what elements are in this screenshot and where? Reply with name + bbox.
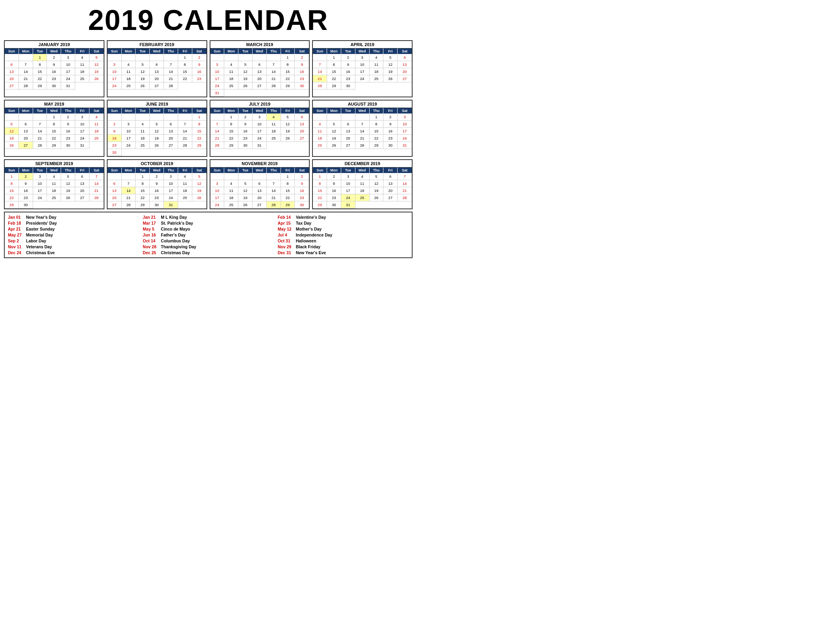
- day-cell: 8: [47, 121, 61, 128]
- day-cell: 15: [281, 68, 295, 75]
- day-header: Sun: [210, 168, 225, 173]
- day-cell: 29: [327, 82, 341, 89]
- day-cell: 11: [122, 68, 136, 75]
- day-header: Wed: [253, 108, 267, 114]
- day-cell: 24: [164, 194, 178, 201]
- day-cell: 12: [383, 61, 398, 68]
- day-cell: 2: [61, 114, 75, 121]
- day-cell: 6: [5, 61, 19, 68]
- day-cell: 16: [295, 187, 309, 194]
- day-header: Tue: [341, 108, 355, 114]
- day-cell: 16: [150, 187, 164, 194]
- day-header: Sun: [210, 108, 225, 114]
- day-cell: 11: [370, 61, 384, 68]
- holiday-date: Apr 21: [8, 227, 23, 231]
- day-cell: 29: [370, 142, 384, 149]
- day-cell: 22: [5, 194, 19, 201]
- holiday-date: Nov 29: [278, 244, 293, 249]
- day-cell: 12: [238, 187, 253, 194]
- day-header: Mon: [19, 168, 33, 173]
- day-cell: 20: [253, 194, 267, 201]
- day-cell: 14: [313, 68, 327, 75]
- day-header: Mon: [224, 168, 238, 173]
- day-cell: 16: [295, 68, 309, 75]
- day-cell: 10: [164, 180, 178, 187]
- day-cell: 18: [313, 135, 327, 142]
- day-header: Wed: [355, 108, 370, 114]
- holiday-name: New Year's Day: [26, 215, 56, 220]
- holiday-row: May 5Cinco de Mayo: [143, 227, 273, 231]
- month-block-5: MAY 2019SunMonTueWedThuFriSat12345678910…: [4, 100, 104, 157]
- day-cell: 10: [341, 180, 355, 187]
- day-cell: 15: [313, 187, 327, 194]
- day-cell: 4: [313, 121, 327, 128]
- day-cell: 25: [313, 142, 327, 149]
- holiday-name: M L King Day: [161, 215, 187, 220]
- day-cell: 23: [47, 75, 61, 82]
- day-header: Wed: [150, 48, 164, 54]
- day-cell: 12: [281, 121, 295, 128]
- day-cell: 2: [295, 173, 309, 180]
- day-header: Fri: [281, 168, 295, 173]
- day-header: Fri: [178, 108, 192, 114]
- day-cell: 29: [281, 201, 295, 208]
- day-cell: 12: [150, 128, 164, 135]
- day-cell: 8: [327, 61, 341, 68]
- day-header: Thu: [61, 168, 75, 173]
- day-cell-empty: [210, 173, 225, 180]
- day-cell: 26: [89, 75, 104, 82]
- day-cell: 1: [136, 173, 150, 180]
- day-cell: 16: [383, 128, 398, 135]
- holiday-row: Nov 11Veterans Day: [8, 244, 139, 249]
- day-header: Tue: [238, 108, 253, 114]
- day-cell: 26: [238, 82, 253, 89]
- day-header: Sat: [192, 48, 206, 54]
- day-header: Sun: [108, 168, 122, 173]
- day-header: Fri: [281, 48, 295, 54]
- day-cell: 24: [61, 75, 75, 82]
- day-cell: 17: [398, 128, 412, 135]
- day-cell: 3: [108, 61, 122, 68]
- day-cell: 4: [267, 114, 281, 121]
- day-cell: 17: [33, 187, 47, 194]
- day-header: Thu: [61, 48, 75, 54]
- day-cell: 18: [122, 75, 136, 82]
- holiday-name: Halloween: [296, 238, 316, 243]
- month-block-9: SEPTEMBER 2019SunMonTueWedThuFriSat12345…: [4, 159, 104, 209]
- day-cell: 22: [178, 75, 192, 82]
- day-cell: 14: [398, 180, 412, 187]
- holiday-row: Dec 24Christmas Eve: [8, 250, 139, 255]
- day-cell: 24: [108, 82, 122, 89]
- day-cell: 18: [267, 128, 281, 135]
- day-cell: 26: [192, 194, 206, 201]
- day-cell: 14: [355, 128, 370, 135]
- day-header: Tue: [341, 48, 355, 54]
- holiday-row: Jan 21M L King Day: [143, 215, 273, 220]
- day-cell: 20: [295, 128, 309, 135]
- day-cell: 11: [313, 128, 327, 135]
- day-cell: 8: [136, 180, 150, 187]
- day-cell: 28: [19, 82, 33, 89]
- holiday-date: Dec 24: [8, 250, 23, 255]
- day-cell: 28: [313, 82, 327, 89]
- day-cell: 9: [295, 180, 309, 187]
- day-cell: 9: [19, 180, 33, 187]
- day-cell: 4: [136, 121, 150, 128]
- day-cell: 2: [47, 54, 61, 61]
- day-cell: 10: [33, 180, 47, 187]
- day-header: Mon: [122, 48, 136, 54]
- day-cell: 19: [150, 135, 164, 142]
- holiday-column-2: Jan 21M L King DayMar 17St. Patrick's Da…: [143, 215, 273, 255]
- day-header: Thu: [370, 48, 384, 54]
- day-header: Tue: [238, 48, 253, 54]
- day-cell: 22: [47, 135, 61, 142]
- holiday-row: Apr 21Easter Sunday: [8, 227, 139, 231]
- day-cell: 23: [295, 194, 309, 201]
- day-cell: 10: [210, 68, 225, 75]
- day-cell: 19: [370, 187, 384, 194]
- day-cell: 26: [327, 142, 341, 149]
- day-cell: 28: [164, 82, 178, 89]
- day-cell: 15: [327, 68, 341, 75]
- day-header: Sun: [313, 168, 327, 173]
- day-cell: 10: [61, 61, 75, 68]
